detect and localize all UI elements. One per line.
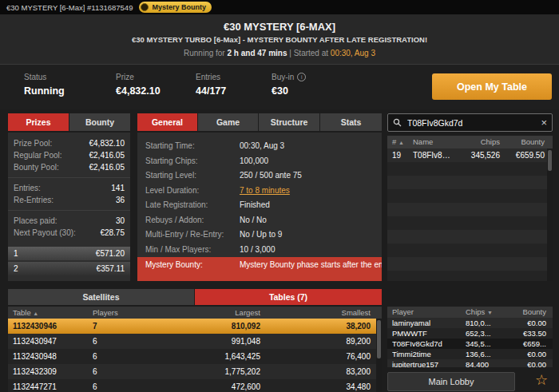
row-value: €2,416.05 <box>89 161 125 173</box>
entries-row: Entries:141 <box>8 182 130 194</box>
table-row[interactable]: 1132430946 7 810,092 38,200 <box>8 319 382 334</box>
results-scrollbar-thumb[interactable] <box>548 150 552 171</box>
header-chips[interactable]: Chips ▼ <box>466 307 515 319</box>
row-label: Next Payout (30): <box>14 227 76 239</box>
row-value: No / No <box>240 213 267 228</box>
tables-scrollbar[interactable] <box>376 319 382 392</box>
row-value: €4,832.10 <box>89 137 125 149</box>
player-bounty: €0.00 <box>515 359 546 367</box>
row-label: Mystery Bounty: <box>145 260 203 269</box>
favorite-star-icon[interactable]: ☆ <box>530 369 553 391</box>
row-value: €2,416.05 <box>89 149 125 161</box>
header-player[interactable]: Player <box>392 307 466 319</box>
search-results-table: # ▲ Name Chips Bounty 19 T08FIv8Gkd7d 34… <box>387 136 553 281</box>
results-scrollbar[interactable] <box>547 148 553 281</box>
player-row-selected[interactable]: T08FIv8Gkd7d 345,5... €659... <box>387 339 553 349</box>
entries-info: Entries 44/177 <box>196 73 226 97</box>
tournament-header: €30 MYSTERY [6-MAX] €30 MYSTERY TURBO [6… <box>0 14 559 64</box>
row-label: Starting Level: <box>145 168 196 184</box>
payout-row-1: 1€571.20 <box>8 247 130 260</box>
header-bounty[interactable]: Bounty <box>500 136 545 149</box>
tables-scrollbar-thumb[interactable] <box>377 320 381 358</box>
player-row[interactable]: laminyamal 810,0... €0.00 <box>387 318 553 328</box>
header-number[interactable]: # ▲ <box>392 136 413 149</box>
status-label: Status <box>24 73 65 81</box>
buyin-label: Buy-in i <box>272 73 306 81</box>
payout-row-2: 2€357.11 <box>8 262 130 275</box>
row-label: Starting Chips: <box>145 154 198 169</box>
header-table[interactable]: Table ▲ <box>13 307 93 319</box>
row-label: Re-Entries: <box>14 194 54 206</box>
info-icon[interactable]: i <box>297 73 306 81</box>
bounty-pool-row: Bounty Pool:€2,416.05 <box>8 161 130 173</box>
header-name[interactable]: Name <box>413 136 458 149</box>
table-smallest: 34,480 <box>260 379 371 392</box>
row-label: Bounty Pool: <box>14 161 59 173</box>
header-largest[interactable]: Largest <box>149 307 260 319</box>
divider-line <box>8 177 130 178</box>
player-row[interactable]: Timmi2time 136,6... €0.00 <box>387 349 553 359</box>
header-players[interactable]: Players <box>93 307 149 319</box>
table-largest: 472,600 <box>149 379 260 392</box>
mystery-bounty-badge: Mystery Bounty <box>139 2 212 13</box>
payout-amount: €571.20 <box>96 247 125 260</box>
min-max-players-row: Min / Max Players:10 / 3,000 <box>137 243 382 258</box>
row-label: Entries: <box>14 182 41 194</box>
tournament-subtitle: €30 MYSTERY TURBO [6-Max] - MYSTERY BOUN… <box>0 35 559 44</box>
player-row[interactable]: PMWWTF 652,3... €33.50 <box>387 328 553 339</box>
info-bar: Status Running Prize €4,832.10 Entries 4… <box>0 64 559 109</box>
divider-line <box>8 210 130 211</box>
main-lobby-button[interactable]: Main Lobby <box>387 372 515 391</box>
table-id: 1132447271 <box>13 379 93 392</box>
row-label: Prize Pool: <box>14 137 52 149</box>
table-largest: 1,643,425 <box>149 349 260 364</box>
row-value: 10 / 3,000 <box>240 243 275 258</box>
search-icon <box>393 118 402 127</box>
header-bounty[interactable]: Bounty <box>515 307 546 319</box>
table-row[interactable]: 1132447271 6 472,600 34,480 <box>8 379 382 392</box>
row-label: Rebuys / Addon: <box>145 213 204 228</box>
level-duration-link[interactable]: 7 to 8 minutes <box>240 184 290 199</box>
search-input[interactable] <box>406 117 537 129</box>
tournament-lobby-window: €30 MYSTERY [6-Max] #1131687549 Mystery … <box>0 0 559 392</box>
search-result-row[interactable]: 19 T08FIv8Gkd7d 345,526 €659.50 <box>387 148 553 162</box>
multi-entry-row: Multi-Entry / Re-Entry:No / Up to 9 <box>137 228 382 243</box>
row-value: 30 <box>116 215 125 227</box>
open-my-table-button[interactable]: Open My Table <box>432 73 552 100</box>
tab-stats[interactable]: Stats <box>320 113 382 131</box>
table-players: 6 <box>93 349 149 364</box>
sort-asc-icon: ▲ <box>398 140 404 145</box>
starting-time-row: Starting Time:00:30, Aug 3 <box>137 139 382 154</box>
player-chips: 345,5... <box>466 339 515 349</box>
player-row[interactable]: jupitertrue157 84,400 €0.00 <box>387 359 553 367</box>
tab-general[interactable]: General <box>137 113 197 131</box>
row-value: No / Up to 9 <box>240 228 282 243</box>
player-name: Timmi2time <box>392 349 466 359</box>
tab-game[interactable]: Game <box>198 113 258 131</box>
table-id: 1132430946 <box>13 319 93 334</box>
started-label: Started at <box>294 49 328 57</box>
places-paid-row: Places paid:30 <box>8 215 130 227</box>
row-label: Multi-Entry / Re-Entry: <box>145 228 224 243</box>
table-row[interactable]: 1132430947 6 991,048 89,200 <box>8 334 382 349</box>
result-rank: 19 <box>392 148 413 162</box>
tab-bounty[interactable]: Bounty <box>69 113 130 131</box>
clear-search-icon[interactable]: × <box>541 117 547 128</box>
player-name: T08FIv8Gkd7d <box>392 339 466 349</box>
table-row[interactable]: 1132432309 6 1,775,202 83,200 <box>8 364 382 379</box>
row-value: 141 <box>111 182 125 194</box>
tab-prizes[interactable]: Prizes <box>8 113 69 131</box>
table-smallest: 38,200 <box>260 319 371 334</box>
starting-chips-row: Starting Chips:100,000 <box>137 154 382 169</box>
tab-structure[interactable]: Structure <box>259 113 319 131</box>
players-header-row: Player Chips ▼ Bounty <box>387 307 553 318</box>
prize-info: Prize €4,832.10 <box>116 73 161 97</box>
regular-pool-row: Regular Pool:€2,416.05 <box>8 149 130 161</box>
status-value: Running <box>24 85 65 97</box>
header-smallest[interactable]: Smallest <box>260 307 371 319</box>
table-row[interactable]: 1132430948 6 1,643,425 76,400 <box>8 349 382 364</box>
tab-tables[interactable]: Tables (7) <box>195 289 382 305</box>
tournament-title: €30 MYSTERY [6-MAX] <box>0 14 559 33</box>
tab-satellites[interactable]: Satellites <box>8 289 194 305</box>
header-chips[interactable]: Chips <box>458 136 500 149</box>
